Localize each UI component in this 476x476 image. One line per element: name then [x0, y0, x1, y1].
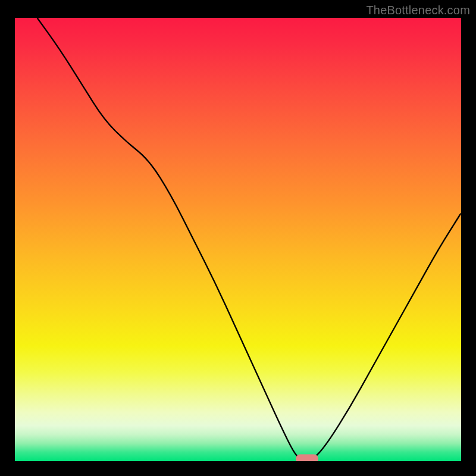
- optimal-marker: [296, 455, 318, 461]
- plot-area: [15, 18, 461, 461]
- bottleneck-curve: [15, 18, 461, 461]
- watermark-text: TheBottleneck.com: [366, 4, 470, 17]
- bottleneck-curve-path: [37, 18, 462, 461]
- chart-frame: TheBottleneck.com: [0, 0, 476, 476]
